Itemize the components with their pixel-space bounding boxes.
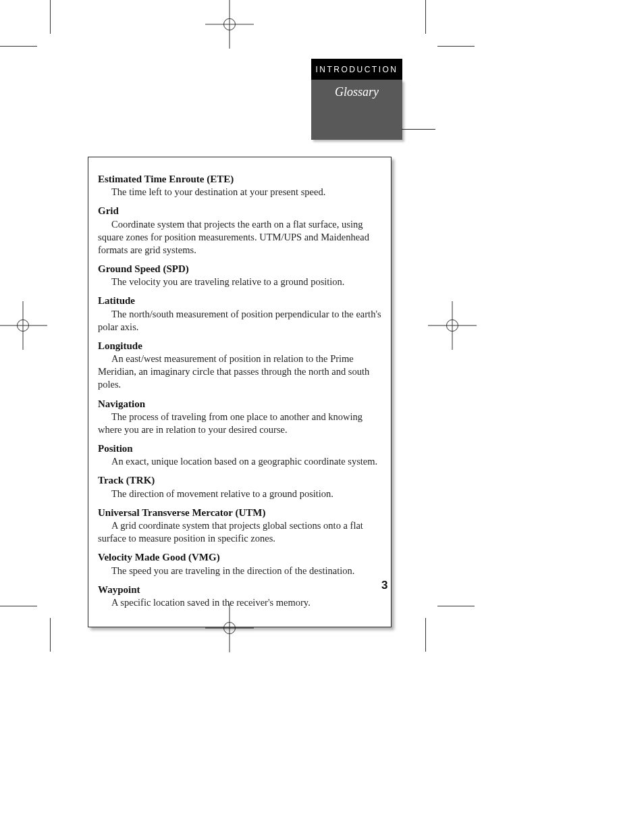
section-label: INTRODUCTION — [311, 59, 402, 80]
glossary-definition: The direction of movement relative to a … — [98, 488, 381, 500]
glossary-entry: Track (TRK) The direction of movement re… — [98, 473, 381, 500]
section-header: INTRODUCTION Glossary — [311, 59, 402, 140]
glossary-definition: The time left to your destination at you… — [98, 186, 381, 199]
glossary-definition: An exact, unique location based on a geo… — [98, 455, 381, 468]
cropmark — [437, 606, 475, 606]
glossary-term: Velocity Made Good (VMG) — [98, 550, 381, 564]
cropmark — [50, 0, 51, 34]
glossary-term: Ground Speed (SPD) — [98, 262, 381, 276]
glossary-definition: An east/west measurement of position in … — [98, 353, 381, 391]
glossary-definition: Coordinate system that projects the eart… — [98, 218, 381, 257]
glossary-definition: A specific location saved in the receive… — [98, 596, 381, 609]
page-number: 3 — [381, 579, 387, 592]
glossary-term: Longitude — [98, 339, 381, 353]
glossary-entry: Velocity Made Good (VMG) The speed you a… — [98, 550, 381, 577]
glossary-entry: Longitude An east/west measurement of po… — [98, 339, 381, 392]
glossary-definition: The north/south measurement of position … — [98, 308, 381, 334]
glossary-term: Estimated Time Enroute (ETE) — [98, 172, 381, 186]
glossary-definition: The process of traveling from one place … — [98, 411, 381, 436]
glossary-term: Universal Transverse Mercator (UTM) — [98, 506, 381, 519]
registration-mark-icon — [437, 311, 467, 340]
registration-mark-icon — [8, 311, 38, 340]
cropmark — [437, 46, 475, 47]
glossary-definition: The velocity you are traveling relative … — [98, 276, 381, 288]
glossary-definition: A grid coordinate system that projects g… — [98, 519, 381, 545]
glossary-entry: Universal Transverse Mercator (UTM) A gr… — [98, 506, 381, 546]
cropmark — [50, 618, 51, 652]
cropmark — [425, 618, 426, 652]
glossary-term: Grid — [98, 204, 381, 217]
glossary-entry: Latitude The north/south measurement of … — [98, 294, 381, 334]
glossary-entry: Navigation The process of traveling from… — [98, 397, 381, 437]
section-title: Glossary — [311, 80, 402, 140]
cropmark — [425, 0, 426, 34]
glossary-term: Position — [98, 442, 381, 455]
glossary-term: Latitude — [98, 294, 381, 307]
glossary-entry: Grid Coordinate system that projects the… — [98, 204, 381, 257]
glossary-definition: The speed you are traveling in the direc… — [98, 565, 381, 577]
glossary-term: Waypoint — [98, 583, 381, 596]
header-side-rule — [402, 129, 435, 130]
glossary-entry: Position An exact, unique location based… — [98, 442, 381, 468]
glossary-entry: Estimated Time Enroute (ETE) The time le… — [98, 172, 381, 199]
cropmark — [0, 46, 37, 47]
glossary-box: Estimated Time Enroute (ETE) The time le… — [88, 157, 392, 627]
glossary-term: Track (TRK) — [98, 473, 381, 487]
cropmark — [0, 606, 37, 606]
glossary-term: Navigation — [98, 397, 381, 411]
glossary-entry: Waypoint A specific location saved in th… — [98, 583, 381, 609]
glossary-entry: Ground Speed (SPD) The velocity you are … — [98, 262, 381, 288]
registration-mark-icon — [215, 9, 244, 39]
